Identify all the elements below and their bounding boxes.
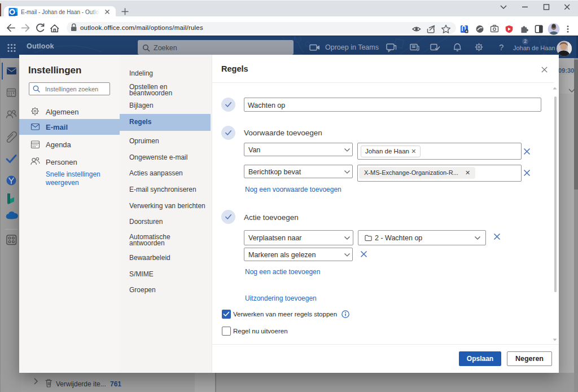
svg-text:?: ? [499, 42, 503, 52]
